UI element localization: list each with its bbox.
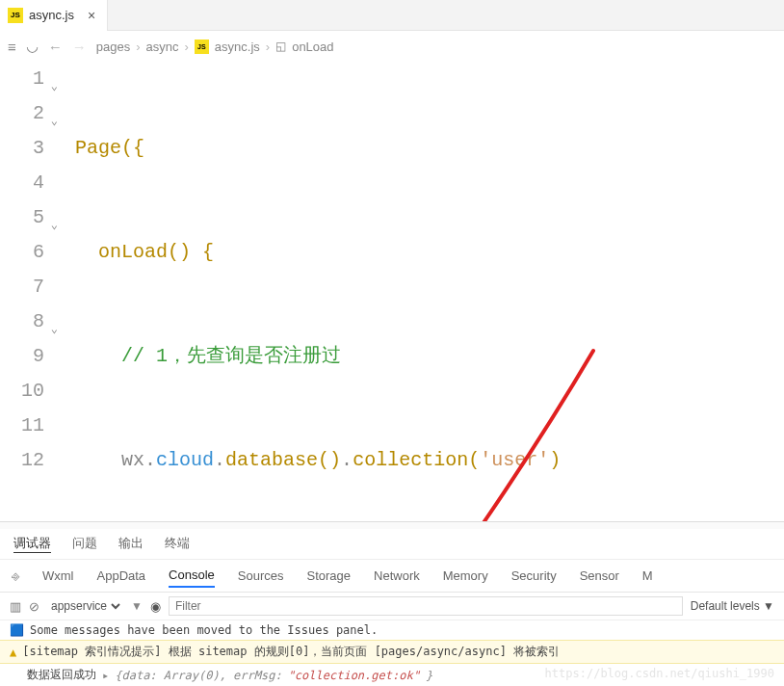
line-number: 3 bbox=[0, 131, 44, 166]
line-number: 12 bbox=[0, 443, 44, 478]
panel-divider[interactable] bbox=[0, 521, 784, 529]
context-select[interactable]: appservice bbox=[47, 598, 123, 614]
line-number: 4 bbox=[0, 166, 44, 200]
log-levels-select[interactable]: Default levels ▼ bbox=[691, 599, 774, 613]
warning-icon: ▲ bbox=[10, 646, 16, 659]
line-number: 2⌄ bbox=[0, 96, 44, 131]
tab-more[interactable]: M bbox=[642, 565, 653, 587]
devtools-tabs: ⎆ Wxml AppData Console Sources Storage N… bbox=[0, 560, 784, 593]
tab-console[interactable]: Console bbox=[169, 564, 215, 588]
tab-problems[interactable]: 问题 bbox=[72, 535, 97, 553]
line-number: 8⌄ bbox=[0, 304, 44, 339]
breadcrumb-item[interactable]: async bbox=[146, 40, 179, 54]
line-number-gutter: 1⌄ 2⌄ 3 4 5⌄ 6 7 8⌄ 9 10 11 12 bbox=[0, 62, 54, 521]
breadcrumb: pages › async › JS async.js › ◱ onLoad bbox=[96, 40, 334, 54]
line-number: 11 bbox=[0, 409, 44, 443]
list-icon[interactable]: ≡ bbox=[8, 39, 16, 55]
console-sidebar-icon[interactable]: ▥ bbox=[10, 599, 21, 614]
info-icon: 🟦 bbox=[10, 623, 24, 637]
tab-filename: async.js bbox=[29, 8, 74, 22]
line-number: 7 bbox=[0, 270, 44, 304]
inspect-icon[interactable]: ⎆ bbox=[12, 568, 19, 584]
watermark: https://blog.csdn.net/qiushi_1990 bbox=[545, 667, 774, 680]
tab-wxml[interactable]: Wxml bbox=[42, 565, 74, 587]
console-log-line[interactable]: ▲ [sitemap 索引情况提示] 根据 sitemap 的规则[0]，当前页… bbox=[0, 640, 784, 664]
editor-toolbar: ≡ ◡ ← → pages › async › JS async.js › ◱ … bbox=[0, 31, 784, 62]
chevron-right-icon: › bbox=[185, 40, 189, 54]
tab-sensor[interactable]: Sensor bbox=[580, 565, 619, 587]
console-filter-bar: ▥ ⊘ appservice ▼ ◉ Default levels ▼ bbox=[0, 593, 784, 620]
chevron-right-icon: › bbox=[136, 40, 140, 54]
close-icon[interactable]: × bbox=[84, 8, 99, 23]
nav-back-icon[interactable]: ← bbox=[48, 39, 63, 55]
chevron-down-icon: ▼ bbox=[131, 599, 143, 613]
line-number: 6 bbox=[0, 235, 44, 270]
nav-forward-icon[interactable]: → bbox=[72, 39, 87, 55]
line-number: 10 bbox=[0, 374, 44, 409]
js-file-icon: JS bbox=[8, 8, 23, 23]
tab-network[interactable]: Network bbox=[374, 565, 420, 587]
chevron-right-icon: › bbox=[266, 40, 270, 54]
clear-console-icon[interactable]: ⊘ bbox=[29, 599, 39, 614]
js-file-icon: JS bbox=[195, 40, 209, 54]
tab-memory[interactable]: Memory bbox=[443, 565, 488, 587]
console-output: 🟦 Some messages have been moved to the I… bbox=[0, 620, 784, 686]
line-number: 5⌄ bbox=[0, 200, 44, 235]
code-content[interactable]: Page({ onLoad() { // 1，先查询是否注册过 wx.cloud… bbox=[54, 62, 784, 521]
tab-sources[interactable]: Sources bbox=[238, 565, 284, 587]
tab-security[interactable]: Security bbox=[511, 565, 557, 587]
panel-tabs-primary: 调试器 问题 输出 终端 bbox=[0, 529, 784, 560]
breadcrumb-item[interactable]: pages bbox=[96, 40, 130, 54]
cube-icon: ◱ bbox=[275, 40, 286, 53]
breadcrumb-item[interactable]: onLoad bbox=[292, 40, 333, 54]
line-number: 1⌄ bbox=[0, 62, 44, 96]
tab-output[interactable]: 输出 bbox=[118, 535, 144, 553]
tab-appdata[interactable]: AppData bbox=[97, 565, 146, 587]
code-editor[interactable]: 1⌄ 2⌄ 3 4 5⌄ 6 7 8⌄ 9 10 11 12 Page({ on… bbox=[0, 62, 784, 521]
expand-icon[interactable]: ▸ bbox=[102, 669, 109, 682]
tab-terminal[interactable]: 终端 bbox=[165, 535, 190, 553]
eye-icon[interactable]: ◉ bbox=[150, 599, 161, 614]
console-log-line[interactable]: 🟦 Some messages have been moved to the I… bbox=[0, 620, 784, 640]
line-number: 9 bbox=[0, 339, 44, 374]
breadcrumb-item[interactable]: async.js bbox=[215, 40, 260, 54]
editor-tab-bar: JS async.js × bbox=[0, 0, 784, 31]
tab-debugger[interactable]: 调试器 bbox=[13, 535, 51, 553]
tab-storage[interactable]: Storage bbox=[307, 565, 352, 587]
file-tab-active[interactable]: JS async.js × bbox=[0, 0, 108, 31]
filter-input[interactable] bbox=[169, 596, 683, 616]
bookmark-icon[interactable]: ◡ bbox=[26, 38, 39, 55]
